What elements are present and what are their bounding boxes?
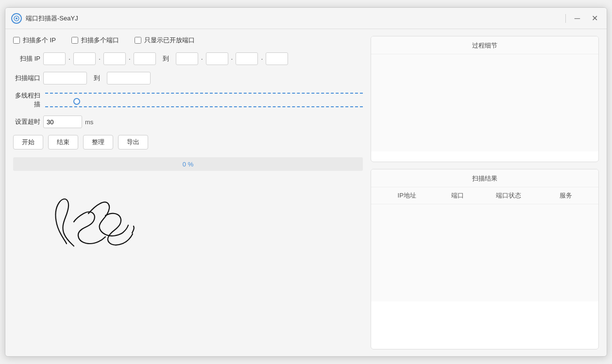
ip-field-2[interactable] [73,52,96,65]
slider-wrapper [45,96,363,104]
window-title: 端口扫描器-SeaYJ [26,14,565,23]
show-open-only-input[interactable] [135,37,141,44]
port-input-end[interactable] [107,72,151,84]
scan-multi-ip-label: 扫描多个 IP [23,36,56,45]
ip-to-label: 到 [163,54,169,63]
signature-area [13,171,363,349]
port-to-label: 到 [94,74,100,83]
main-window: 端口扫描器-SeaYJ ─ ✕ 扫描多个 IP 扫描多个端口 [5,7,607,357]
scan-port-row: 扫描端口 到 [13,72,363,84]
scan-multi-port-label: 扫描多个端口 [81,36,119,45]
left-panel: 扫描多个 IP 扫描多个端口 只显示已开放端口 扫描 IP · · [13,36,363,349]
scan-port-label: 扫描端口 [13,74,40,83]
process-detail-content [371,54,598,151]
ip-dot-5: · [231,55,233,63]
col-port: 端口 [437,191,478,200]
result-table-content [371,204,598,301]
checkboxes-row: 扫描多个 IP 扫描多个端口 只显示已开放端口 [13,36,363,45]
export-button[interactable]: 导出 [118,135,148,149]
ms-label: ms [85,118,93,126]
close-button[interactable]: ✕ [589,13,601,24]
ip-dot-3: · [129,55,131,63]
timeout-label: 设置超时 [13,117,40,126]
thread-slider[interactable] [45,100,363,102]
main-content: 扫描多个 IP 扫描多个端口 只显示已开放端口 扫描 IP · · [5,29,607,356]
scan-ip-label: 扫描 IP [13,54,40,63]
ip-dot-2: · [99,55,101,63]
app-icon [11,13,22,24]
process-detail-box: 过程细节 [371,36,599,162]
slider-dashed-track-bottom [45,106,363,107]
organize-button[interactable]: 整理 [83,135,113,149]
window-controls: ─ ✕ [565,13,601,24]
process-detail-header: 过程细节 [371,36,598,54]
scan-ip-row: 扫描 IP · · · 到 · · · [13,52,363,65]
right-panel: 过程细节 扫描结果 IP地址 端口 端口状态 服务 [371,36,599,349]
ip-field-3[interactable] [103,52,126,65]
ip-field-1[interactable] [43,52,66,65]
slider-row: 多线程扫描 [13,91,363,109]
timeout-row: 设置超时 ms [13,116,363,128]
ip-dot-1: · [68,55,70,63]
scan-multi-ip-input[interactable] [13,37,20,44]
slider-container [45,93,363,107]
result-table-header: IP地址 端口 端口状态 服务 [371,187,598,204]
ip-field-6[interactable] [206,52,228,65]
port-input-start[interactable] [43,72,87,84]
multithread-section: 多线程扫描 [13,91,363,109]
minimize-button[interactable]: ─ [572,13,583,24]
show-open-only-checkbox[interactable]: 只显示已开放端口 [135,36,195,45]
scan-multi-port-input[interactable] [71,37,78,44]
titlebar: 端口扫描器-SeaYJ ─ ✕ [5,8,607,29]
timeout-input[interactable] [43,116,82,128]
title-separator [565,14,566,23]
svg-point-2 [16,17,17,19]
action-buttons: 开始 结束 整理 导出 [13,135,363,149]
col-port-status: 端口状态 [479,191,539,200]
ip-field-8[interactable] [266,52,288,65]
scan-result-header: 扫描结果 [371,169,598,187]
ip-field-7[interactable] [236,52,258,65]
scan-result-box: 扫描结果 IP地址 端口 端口状态 服务 [371,169,599,349]
multithread-label: 多线程扫描 [13,91,40,109]
col-ip: IP地址 [377,191,437,200]
scan-multi-ip-checkbox[interactable]: 扫描多个 IP [13,36,56,45]
progress-bar-container: 0 % [13,157,363,171]
signature-image [28,176,135,253]
scan-multi-port-checkbox[interactable]: 扫描多个端口 [71,36,119,45]
ip-field-4[interactable] [134,52,156,65]
stop-button[interactable]: 结束 [48,135,78,149]
show-open-only-label: 只显示已开放端口 [144,36,195,45]
ip-field-5[interactable] [176,52,198,65]
ip-dot-6: · [261,55,263,63]
slider-dashed-track-top [45,93,363,94]
progress-text: 0 % [183,161,193,168]
start-button[interactable]: 开始 [13,135,43,149]
ip-dot-4: · [201,55,203,63]
col-service: 服务 [539,191,593,200]
